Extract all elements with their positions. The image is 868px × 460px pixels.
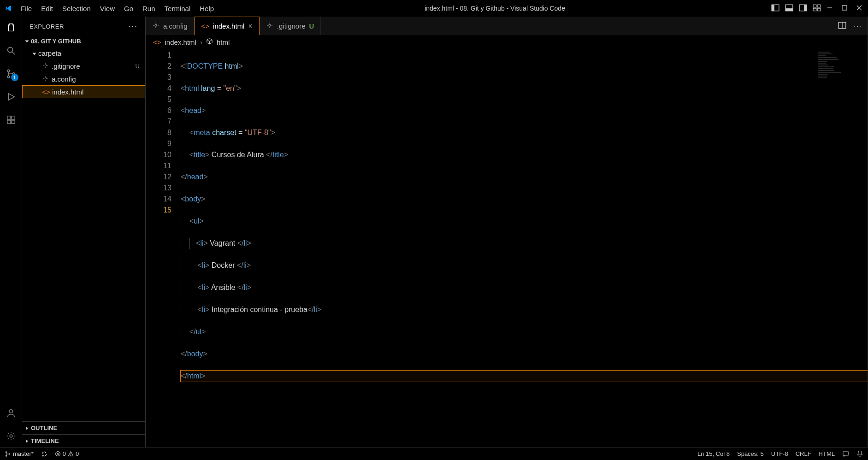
root-folder-label: 08. GIT Y GITHUB: [31, 38, 81, 45]
cursor-position[interactable]: Ln 15, Col 8: [697, 450, 730, 457]
tree-file-aconfig[interactable]: a.config: [22, 72, 145, 85]
main: 1 EXPLORER ··· 08. GIT Y GITHUB: [0, 17, 868, 447]
tab-status: U: [309, 22, 314, 30]
code-icon: <>: [201, 22, 210, 30]
extensions-icon[interactable]: [5, 113, 18, 126]
encoding[interactable]: UTF-8: [771, 450, 788, 457]
menu-selection[interactable]: Selection: [58, 2, 95, 15]
outline-section[interactable]: OUTLINE: [22, 421, 145, 434]
menu-go[interactable]: Go: [119, 2, 138, 15]
activitybar: 1: [0, 17, 22, 447]
tab-bar: a.config <> index.html × .gitignore U ··…: [146, 17, 868, 35]
search-icon[interactable]: [5, 44, 18, 57]
tab-label: index.html: [213, 22, 244, 30]
tree-folder-carpeta[interactable]: carpeta: [22, 47, 145, 59]
svg-point-33: [9, 453, 10, 454]
source-control-icon[interactable]: 1: [5, 67, 18, 80]
customize-layout-icon[interactable]: [813, 4, 821, 13]
tab-label: .gitignore: [277, 22, 306, 30]
run-debug-icon[interactable]: [5, 90, 18, 103]
svg-point-38: [71, 455, 71, 455]
menu-help[interactable]: Help: [195, 2, 218, 15]
minimize-button[interactable]: [827, 5, 833, 12]
close-icon[interactable]: ×: [248, 22, 252, 30]
tab-actions: ···: [833, 17, 868, 35]
tree-file-index[interactable]: <> index.html: [22, 85, 145, 98]
vscode-logo: [0, 5, 16, 12]
branch-status[interactable]: master*: [5, 450, 34, 457]
svg-rect-6: [813, 5, 816, 7]
menubar: File Edit Selection View Go Run Terminal…: [16, 2, 218, 15]
chevron-right-icon: [26, 425, 31, 431]
notifications-icon[interactable]: [856, 450, 863, 457]
breadcrumb-file[interactable]: index.html: [165, 38, 196, 46]
svg-rect-9: [817, 8, 821, 11]
menu-edit[interactable]: Edit: [36, 2, 58, 15]
code-icon: <>: [153, 38, 161, 46]
tab-aconfig[interactable]: a.config: [146, 17, 195, 35]
feedback-icon[interactable]: [842, 450, 849, 457]
svg-rect-20: [11, 116, 14, 119]
tab-label: a.config: [163, 22, 188, 30]
statusbar: master* 0 0 Ln 15, Col 8 Spaces: 5 UTF-8…: [0, 447, 868, 460]
sync-status[interactable]: [41, 451, 47, 457]
tree-file-gitignore[interactable]: .gitignore U: [22, 59, 145, 72]
menu-terminal[interactable]: Terminal: [160, 2, 195, 15]
toggle-panel-icon[interactable]: [785, 4, 793, 13]
file-label: index.html: [52, 88, 83, 96]
gear-icon: [41, 62, 50, 70]
svg-point-28: [269, 24, 271, 26]
svg-rect-3: [785, 8, 793, 11]
timeline-section[interactable]: TIMELINE: [22, 434, 145, 447]
svg-point-25: [45, 65, 47, 66]
svg-rect-19: [7, 116, 10, 119]
svg-point-31: [6, 451, 6, 452]
tab-index[interactable]: <> index.html ×: [195, 17, 260, 35]
svg-point-17: [7, 76, 10, 78]
toggle-secondary-sidebar-icon[interactable]: [799, 4, 807, 13]
breadcrumb[interactable]: <> index.html › html: [146, 35, 868, 49]
explorer-icon[interactable]: [5, 21, 18, 34]
language-mode[interactable]: HTML: [819, 450, 835, 457]
menu-file[interactable]: File: [16, 2, 36, 15]
chevron-down-icon: [26, 38, 31, 45]
settings-gear-icon[interactable]: [5, 430, 18, 442]
svg-rect-21: [7, 120, 10, 124]
menu-run[interactable]: Run: [138, 2, 160, 15]
chevron-right-icon: [26, 437, 31, 444]
split-editor-icon[interactable]: [838, 21, 846, 31]
file-tree: carpeta .gitignore U a.config <> index.h…: [22, 47, 145, 421]
folder-root[interactable]: 08. GIT Y GITHUB: [22, 36, 145, 47]
menu-view[interactable]: View: [95, 2, 119, 15]
indentation[interactable]: Spaces: 5: [737, 450, 764, 457]
file-label: a.config: [52, 75, 76, 83]
sidebar: EXPLORER ··· 08. GIT Y GITHUB carpeta .g…: [22, 17, 146, 447]
layout-controls: [771, 4, 821, 13]
code-content[interactable]: <!DOCTYPE html> <html lang = "en"> <head…: [181, 49, 868, 447]
more-icon[interactable]: ···: [854, 22, 862, 29]
breadcrumb-symbol[interactable]: html: [217, 38, 230, 46]
sidebar-title: EXPLORER: [30, 23, 64, 30]
svg-point-32: [6, 455, 6, 456]
eol[interactable]: CRLF: [796, 450, 811, 457]
maximize-button[interactable]: [841, 5, 848, 12]
tab-gitignore[interactable]: .gitignore U: [260, 17, 321, 35]
file-status: U: [136, 63, 142, 70]
account-icon[interactable]: [5, 407, 18, 419]
file-label: .gitignore: [52, 62, 80, 70]
chevron-down-icon: [33, 49, 38, 57]
problems-status[interactable]: 0 0: [55, 450, 79, 457]
code-editor[interactable]: 123456789101112131415 <!DOCTYPE html> <h…: [146, 49, 868, 447]
sidebar-more-icon[interactable]: ···: [128, 22, 138, 30]
svg-rect-5: [804, 5, 807, 11]
warning-count: 0: [76, 450, 79, 457]
cube-icon: [206, 38, 213, 46]
toggle-primary-sidebar-icon[interactable]: [771, 4, 779, 13]
minimap[interactable]: [818, 52, 859, 84]
window-controls: [821, 5, 868, 12]
close-button[interactable]: [856, 5, 862, 12]
code-icon: <>: [42, 88, 50, 96]
svg-rect-7: [817, 5, 821, 7]
svg-rect-22: [11, 120, 14, 124]
branch-name: master*: [13, 450, 34, 457]
